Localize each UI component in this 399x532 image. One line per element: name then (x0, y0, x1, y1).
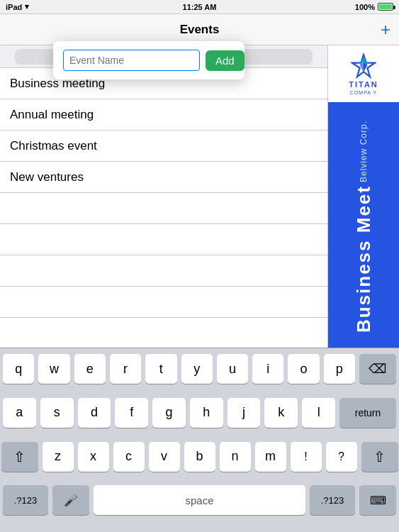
delete-key[interactable]: ⌫ (359, 354, 396, 384)
battery-icon (378, 3, 393, 11)
key-d[interactable]: d (78, 398, 111, 428)
key-a[interactable]: a (3, 398, 36, 428)
status-time: 11:25 AM (183, 3, 217, 11)
event-name-input[interactable] (63, 50, 200, 71)
empty-row (0, 318, 327, 348)
key-w[interactable]: w (38, 354, 69, 384)
titan-logo-text: TITAN (349, 80, 378, 89)
key-p[interactable]: p (324, 354, 355, 384)
titan-logo-sub: COMPA Y (350, 90, 377, 95)
key-c[interactable]: c (113, 442, 145, 472)
keyboard-icon[interactable]: ⌨ (359, 485, 396, 515)
event-input-popup: Add (53, 41, 245, 79)
mic-key[interactable]: 🎤 (52, 485, 89, 515)
key-y[interactable]: y (181, 354, 213, 384)
list-item[interactable]: Annual meeting (0, 99, 327, 131)
key-z[interactable]: z (43, 442, 74, 472)
key-j[interactable]: j (227, 398, 261, 428)
status-right: 100% (355, 3, 393, 11)
add-event-button[interactable]: + (381, 21, 390, 38)
key-e[interactable]: e (74, 354, 106, 384)
shift-key[interactable]: ⇧ (1, 442, 38, 472)
keyboard: q w e r t y u i o p ⌫ a s d f g h j k l … (0, 348, 399, 532)
empty-row (0, 287, 327, 318)
sidebar-vertical-text: Belview Corp. Business Meet (328, 109, 399, 348)
key-l[interactable]: l (302, 398, 335, 428)
key-comma[interactable]: ! (291, 442, 322, 472)
spacebar[interactable]: space (94, 485, 305, 515)
key-f[interactable]: f (115, 398, 148, 428)
numbers-key-right[interactable]: .?123 (310, 485, 355, 515)
key-q[interactable]: q (3, 354, 34, 384)
key-period[interactable]: ? (326, 442, 357, 472)
status-left: iPad ▾ (6, 2, 29, 11)
sidebar-small-text: Belview Corp. (359, 121, 369, 182)
nav-title: Events (180, 23, 220, 37)
list-item[interactable]: Christmas event (0, 131, 327, 162)
key-row-3: ⇧ z x c v b n m ! ? ⇧ (3, 442, 396, 481)
empty-row (0, 224, 327, 255)
empty-row (0, 193, 327, 224)
main-area: Business meeting Annual meeting Christma… (0, 45, 399, 348)
key-row-2: a s d f g h j k l return (3, 398, 396, 437)
list-panel: Business meeting Annual meeting Christma… (0, 45, 328, 348)
shift-key-right[interactable]: ⇧ (361, 442, 398, 472)
wifi-icon: ▾ (25, 2, 29, 11)
empty-row (0, 255, 327, 287)
return-key[interactable]: return (339, 398, 396, 428)
key-o[interactable]: o (288, 354, 319, 384)
sidebar-large-text: Business Meet (353, 185, 375, 333)
list-item-label: Christmas event (10, 139, 97, 153)
list-item-label: Annual meeting (10, 108, 94, 122)
key-b[interactable]: b (184, 442, 215, 472)
add-button[interactable]: Add (206, 50, 245, 71)
key-t[interactable]: t (145, 354, 176, 384)
key-u[interactable]: u (217, 354, 248, 384)
list-item[interactable]: New ventures (0, 162, 327, 193)
key-g[interactable]: g (152, 398, 186, 428)
right-sidebar: TITAN COMPA Y Belview Corp. Business Mee… (328, 45, 399, 348)
list-item-label: New ventures (10, 170, 84, 184)
key-row-1: q w e r t y u i o p ⌫ (3, 354, 396, 393)
key-s[interactable]: s (40, 398, 74, 428)
titan-logo: TITAN COMPA Y (328, 45, 399, 102)
key-h[interactable]: h (190, 398, 223, 428)
key-i[interactable]: i (252, 354, 283, 384)
titan-logo-icon (351, 53, 376, 79)
key-n[interactable]: n (220, 442, 251, 472)
key-x[interactable]: x (78, 442, 109, 472)
carrier-label: iPad (6, 3, 22, 11)
key-m[interactable]: m (255, 442, 286, 472)
key-row-4: .?123 🎤 space .?123 ⌨ (3, 485, 396, 524)
key-v[interactable]: v (149, 442, 180, 472)
numbers-key-left[interactable]: .?123 (3, 485, 48, 515)
key-r[interactable]: r (110, 354, 141, 384)
status-bar: iPad ▾ 11:25 AM 100% (0, 0, 399, 14)
battery-label: 100% (355, 3, 375, 11)
key-k[interactable]: k (264, 398, 298, 428)
